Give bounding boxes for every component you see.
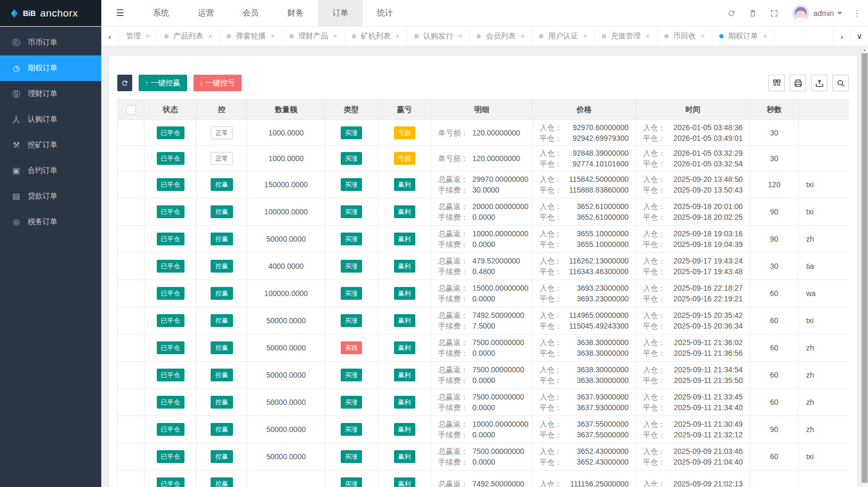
- seconds-cell: 90: [750, 198, 799, 226]
- sidebar-item-7[interactable]: ▤ 贷款订单: [0, 183, 101, 209]
- force-win-button[interactable]: ↑ 一键控赢: [139, 75, 187, 91]
- user-caret-down-icon[interactable]: [837, 12, 842, 15]
- user-name[interactable]: admin: [814, 9, 834, 18]
- time-cell: 入仓：2025-09-11 21:34:54 平仓：2025-09-11 21:…: [636, 362, 750, 389]
- nav-item-3[interactable]: 会员: [228, 0, 273, 26]
- page-scrollbar[interactable]: ▲: [861, 46, 868, 487]
- detail-cell: 总赢返：7500.00000000 手续费：0.0000: [431, 362, 533, 389]
- tab-close-icon[interactable]: ×: [520, 32, 525, 41]
- row-checkbox-cell[interactable]: [118, 362, 144, 389]
- tab-label: 弹窗轮播: [236, 31, 266, 41]
- row-checkbox-cell[interactable]: [118, 416, 144, 443]
- tab-close-icon[interactable]: ×: [646, 32, 650, 41]
- sidebar-item-label: 挖矿订单: [28, 140, 58, 150]
- control-button[interactable]: 控赢: [211, 423, 233, 436]
- export-button[interactable]: [811, 75, 827, 91]
- tab-10[interactable]: 币回收 ×: [657, 27, 712, 46]
- control-button[interactable]: 正常: [211, 126, 233, 139]
- row-checkbox-cell[interactable]: [118, 334, 144, 362]
- tab-3[interactable]: 弹窗轮播 ×: [220, 27, 282, 46]
- refresh-icon[interactable]: [721, 9, 742, 18]
- control-button[interactable]: 控赢: [211, 233, 233, 245]
- brand-name: anchorx: [40, 7, 78, 19]
- tab-1[interactable]: 管理 ×: [119, 27, 157, 46]
- tab-9[interactable]: 充值管理 ×: [595, 27, 657, 46]
- control-button[interactable]: 控赢: [211, 396, 233, 409]
- sidebar-item-6[interactable]: ▣ 合约订单: [0, 158, 101, 183]
- account-cell: zh: [799, 362, 849, 389]
- sidebar-item-5[interactable]: ⚒ 挖矿订单: [0, 132, 101, 158]
- scrollbar-up-arrow-icon[interactable]: ▲: [861, 46, 868, 53]
- row-checkbox-cell[interactable]: [118, 171, 144, 198]
- sidebar-item-1[interactable]: ⓒ 币币订单: [0, 30, 101, 55]
- scrollbar-thumb[interactable]: [862, 53, 867, 483]
- sidebar-item-3[interactable]: ⓖ 理财订单: [0, 81, 101, 107]
- sidebar-item-4[interactable]: 人 认购订单: [0, 107, 101, 132]
- control-button[interactable]: 控赢: [211, 369, 233, 381]
- nav-item-6[interactable]: 统计: [363, 0, 407, 26]
- seconds-cell: 90: [750, 226, 799, 253]
- more-menu-icon[interactable]: ⋮: [850, 8, 864, 18]
- type-badge: 买涨: [341, 178, 362, 191]
- tab-close-icon[interactable]: ×: [270, 32, 275, 41]
- row-checkbox-cell[interactable]: [118, 280, 144, 307]
- col-detail: 明细: [431, 100, 533, 120]
- trash-icon[interactable]: [742, 9, 763, 18]
- tab-7[interactable]: 会员列表 ×: [470, 27, 532, 46]
- tabs-menu-icon[interactable]: ∨: [850, 27, 868, 46]
- control-button[interactable]: 正常: [211, 152, 233, 165]
- tab-11[interactable]: 期权订单 ×: [712, 27, 775, 46]
- columns-filter-button[interactable]: [768, 75, 785, 91]
- tab-6[interactable]: 认购发行 ×: [407, 27, 470, 46]
- row-checkbox-cell[interactable]: [118, 198, 144, 226]
- fullscreen-icon[interactable]: [763, 9, 785, 18]
- tab-2[interactable]: 产品列表 ×: [157, 27, 220, 46]
- control-button[interactable]: 控赢: [211, 477, 233, 487]
- control-button[interactable]: 控赢: [211, 205, 233, 218]
- sidebar-item-2[interactable]: ◷ 期权订单: [0, 55, 101, 81]
- select-all-checkbox[interactable]: [126, 105, 136, 115]
- row-checkbox-cell[interactable]: [118, 120, 144, 146]
- control-button[interactable]: 控赢: [211, 341, 233, 354]
- tab-close-icon[interactable]: ×: [763, 32, 767, 41]
- tab-close-icon[interactable]: ×: [333, 32, 337, 41]
- row-checkbox-cell[interactable]: [118, 253, 144, 280]
- row-checkbox-cell[interactable]: [118, 146, 144, 171]
- nav-item-1[interactable]: 系统: [139, 0, 183, 26]
- tab-close-icon[interactable]: ×: [146, 32, 150, 41]
- tab-close-icon[interactable]: ×: [458, 32, 462, 41]
- control-button[interactable]: 控赢: [211, 260, 233, 273]
- sidebar-item-8[interactable]: ◎ 税务订单: [0, 209, 101, 235]
- row-checkbox-cell[interactable]: [118, 307, 144, 334]
- control-button[interactable]: 控赢: [211, 178, 233, 191]
- nav-item-4[interactable]: 财务: [273, 0, 318, 26]
- tab-close-icon[interactable]: ×: [396, 32, 400, 41]
- nav-item-2[interactable]: 运营: [183, 0, 228, 26]
- tab-close-icon[interactable]: ×: [208, 32, 212, 41]
- tab-close-icon[interactable]: ×: [701, 32, 705, 41]
- tab-8[interactable]: 用户认证 ×: [532, 27, 594, 46]
- sidebar-toggle-icon[interactable]: ☰: [101, 0, 139, 26]
- account-cell: zh: [799, 389, 849, 416]
- tabs-scroll-left-icon[interactable]: ‹: [101, 27, 119, 46]
- status-badge: 已平仓: [157, 152, 184, 165]
- row-checkbox-cell[interactable]: [118, 443, 144, 470]
- tab-close-icon[interactable]: ×: [583, 32, 587, 41]
- table-refresh-button[interactable]: [117, 75, 132, 91]
- nav-item-5[interactable]: 订单: [318, 0, 363, 26]
- col-amount: 数量额: [247, 100, 325, 120]
- row-checkbox-cell[interactable]: [118, 389, 144, 416]
- control-button[interactable]: 控赢: [211, 287, 233, 300]
- force-lose-button[interactable]: ↓ 一键控亏: [194, 75, 242, 91]
- sidebar-item-label: 合约订单: [28, 166, 58, 175]
- control-button[interactable]: 控赢: [211, 450, 233, 463]
- row-checkbox-cell[interactable]: [118, 226, 144, 253]
- row-checkbox-cell[interactable]: [118, 470, 144, 487]
- control-button[interactable]: 控赢: [211, 314, 233, 327]
- tab-5[interactable]: 矿机列表 ×: [345, 27, 407, 46]
- search-button[interactable]: [832, 75, 849, 91]
- tabs-scroll-right-icon[interactable]: ›: [833, 27, 850, 46]
- tab-4[interactable]: 理财产品 ×: [283, 27, 345, 46]
- user-avatar[interactable]: [792, 5, 809, 22]
- print-button[interactable]: [790, 75, 806, 91]
